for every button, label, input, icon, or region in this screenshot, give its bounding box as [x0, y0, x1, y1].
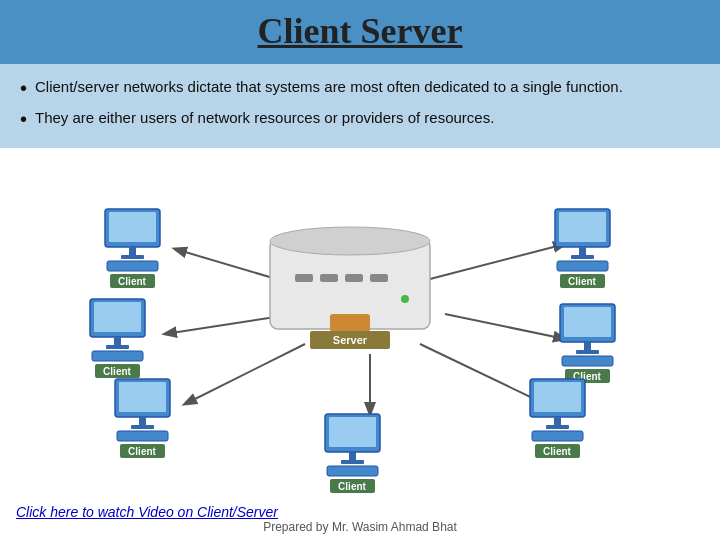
svg-rect-33 — [139, 417, 146, 425]
bullet-text-2: They are either users of network resourc… — [35, 107, 494, 129]
svg-line-5 — [420, 344, 545, 404]
slide: Client Server • Client/server networks d… — [0, 0, 720, 540]
bullet-dot-2: • — [20, 105, 27, 134]
svg-text:Client: Client — [338, 481, 366, 492]
bullet-text-1: Client/server networks dictate that syst… — [35, 76, 623, 98]
svg-point-13 — [401, 295, 409, 303]
footer: Click here to watch Video on Client/Serv… — [0, 500, 720, 540]
svg-rect-49 — [557, 261, 608, 271]
bullet-1: • Client/server networks dictate that sy… — [20, 76, 700, 103]
svg-rect-19 — [129, 247, 136, 255]
svg-rect-35 — [117, 431, 168, 441]
svg-rect-34 — [131, 425, 154, 429]
svg-rect-39 — [329, 417, 376, 447]
content-area: • Client/server networks dictate that sy… — [0, 64, 720, 148]
svg-text:Client: Client — [118, 276, 146, 287]
diagram-area: Server Client — [0, 148, 720, 500]
svg-rect-47 — [579, 247, 586, 255]
svg-line-2 — [185, 344, 305, 404]
svg-rect-55 — [576, 350, 599, 354]
network-diagram: Server Client — [0, 148, 720, 500]
svg-line-4 — [445, 314, 565, 339]
svg-rect-53 — [564, 307, 611, 337]
svg-rect-10 — [320, 274, 338, 282]
video-link[interactable]: Click here to watch Video on Client/Serv… — [16, 504, 278, 520]
svg-text:Client: Client — [128, 446, 156, 457]
svg-rect-14 — [330, 314, 370, 332]
slide-title: Client Server — [20, 10, 700, 52]
svg-rect-41 — [341, 460, 364, 464]
svg-text:Client: Client — [568, 276, 596, 287]
svg-rect-28 — [92, 351, 143, 361]
svg-rect-61 — [554, 417, 561, 425]
svg-rect-48 — [571, 255, 594, 259]
svg-rect-42 — [327, 466, 378, 476]
svg-line-3 — [430, 244, 565, 279]
title-bar: Client Server — [0, 0, 720, 64]
bullet-dot-1: • — [20, 74, 27, 103]
svg-rect-25 — [94, 302, 141, 332]
svg-rect-46 — [559, 212, 606, 242]
svg-rect-11 — [345, 274, 363, 282]
svg-rect-9 — [295, 274, 313, 282]
svg-rect-62 — [546, 425, 569, 429]
svg-rect-18 — [109, 212, 156, 242]
svg-rect-60 — [534, 382, 581, 412]
svg-rect-21 — [107, 261, 158, 271]
svg-rect-32 — [119, 382, 166, 412]
svg-text:Server: Server — [333, 334, 368, 346]
svg-text:Client: Client — [103, 366, 131, 377]
svg-rect-40 — [349, 452, 356, 460]
svg-text:Client: Client — [543, 446, 571, 457]
svg-rect-63 — [532, 431, 583, 441]
svg-rect-56 — [562, 356, 613, 366]
bullet-2: • They are either users of network resou… — [20, 107, 700, 134]
svg-rect-27 — [106, 345, 129, 349]
svg-rect-20 — [121, 255, 144, 259]
svg-rect-26 — [114, 337, 121, 345]
footer-credit: Prepared by Mr. Wasim Ahmad Bhat — [263, 520, 457, 534]
svg-rect-54 — [584, 342, 591, 350]
svg-point-8 — [270, 227, 430, 255]
svg-rect-12 — [370, 274, 388, 282]
